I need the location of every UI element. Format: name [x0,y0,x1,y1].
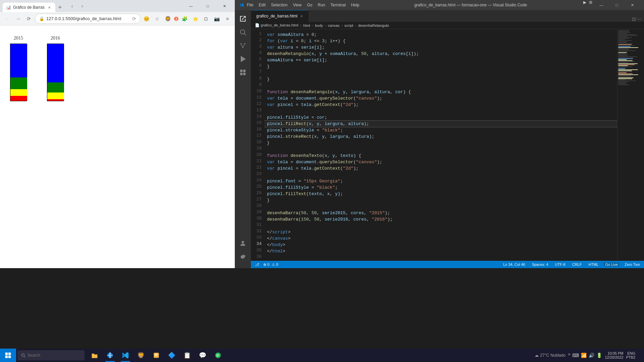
search-input[interactable] [28,353,74,358]
code-line-31[interactable]: var pincel = tela.getContext("2d"); [264,102,617,108]
code-line-54[interactable]: </html> [264,248,617,254]
vscode-open-remote-btn[interactable]: ⊞ [588,0,594,10]
code-line-37[interactable]: } [264,140,617,146]
accounts-btn[interactable] [237,237,249,249]
menu-terminal[interactable]: Terminal [330,3,345,7]
code-line-36[interactable]: pincel.strokeRect(x, y, largura, altura)… [264,133,617,140]
code-line-33[interactable]: pincel.fillStyle = cor; [264,114,617,121]
wifi-icon[interactable]: 📶 [581,353,587,358]
brave-shields-btn[interactable]: 🦁 [163,14,173,23]
speaker-icon[interactable]: 🔊 [589,353,594,358]
active-editor-tab[interactable]: grafico_de_barras.html ✕ [251,10,309,22]
status-errors[interactable]: ⊗ 0 ⚠ 0 [263,262,278,267]
minimize-button[interactable]: — [183,1,199,11]
source-control-btn[interactable] [237,40,249,52]
code-line-22[interactable]: var altura = serie[i]; [264,44,617,51]
vscode-close-btn[interactable]: ✕ [625,0,640,10]
vscode-run-btn[interactable]: ▶ [582,0,588,10]
bc-file[interactable]: 📄 grafico_de_barras.html [255,23,299,27]
code-line-27[interactable]: } [264,76,617,82]
keyboard-icon[interactable]: ⌨ [572,353,579,358]
branch-icon[interactable]: ⎇ [254,262,261,267]
bc-script[interactable]: script [344,23,353,27]
code-line-40[interactable]: var tela = document.querySelector("canva… [264,159,617,165]
forward-button[interactable]: → [13,14,23,23]
taskbar-app7[interactable]: 💬 [195,349,210,362]
new-tab-button[interactable]: + [55,3,65,12]
code-line-52[interactable]: </canvas> [264,235,617,242]
code-line-47[interactable] [264,203,617,210]
menu-help[interactable]: Help [351,3,360,7]
split-editor-btn[interactable]: ⊡ [632,16,636,22]
go-live-btn[interactable]: Go Live [604,262,619,266]
close-button[interactable]: ✕ [217,1,232,11]
extension-btn[interactable]: 🧩 [180,14,189,23]
code-line-41[interactable]: var pincel = tela.getContext("2d"); [264,165,617,172]
taskbar-search-bar[interactable] [17,350,85,360]
battery-icon[interactable]: 🔋 [596,353,602,358]
back-button[interactable]: ← [3,14,12,23]
code-line-30[interactable]: var tela = document.querySelector("canva… [264,95,617,102]
taskbar-spotify[interactable] [211,349,225,362]
code-line-26[interactable] [264,70,617,76]
code-line-25[interactable]: } [264,63,617,70]
code-line-23[interactable]: desenhaRetangulo(x, y + somaAltura, 50, … [264,51,617,57]
bc-html[interactable]: html [303,23,310,27]
code-line-44[interactable]: pincel.fillStyle = "black"; [264,184,617,191]
show-desktop-btn[interactable] [638,349,640,361]
active-tab[interactable]: 📊 Gráfico de Barras ✕ [3,3,55,12]
code-line-49[interactable]: desenhaBarra(150, 50, serie2016, cores, … [264,216,617,223]
language-mode[interactable]: HTML [587,262,600,266]
editor-tab-close[interactable]: ✕ [300,14,303,18]
tab-forward-button[interactable]: › [77,1,87,11]
code-line-46[interactable]: } [264,197,617,203]
taskbar-browser[interactable] [103,349,117,362]
menu-selection[interactable]: Selection [271,3,287,7]
code-line-53[interactable]: </body> [264,242,617,248]
clock[interactable]: 10:05 PM 12/20/2022 [605,351,623,359]
menu-file[interactable]: File [247,3,253,7]
search-sidebar-btn[interactable] [237,26,249,38]
encoding[interactable]: UTF-8 [554,262,567,266]
code-line-21[interactable]: for (var i = 0; i <= 3; i++) { [264,38,617,44]
code-lines[interactable]: <!DOCTYPE html><html lang="pt-BR"> <head… [264,29,617,261]
bc-function[interactable]: desenhaRetangulo [358,23,389,27]
taskbar-app5[interactable]: 🔷 [164,349,179,362]
tray-chevron[interactable]: ^ [568,353,571,358]
extensions-btn[interactable] [237,66,249,78]
reload-button[interactable]: ⟳ [24,14,34,23]
bc-body[interactable]: body [315,23,323,27]
taskbar-files[interactable] [149,349,164,362]
bc-canvas[interactable]: canvas [328,23,340,27]
screenshot-btn[interactable]: 📷 [212,14,221,23]
eol[interactable]: CRLF [571,262,583,266]
tab-back-button[interactable]: ‹ [67,1,77,11]
maximize-button[interactable]: □ [200,1,215,11]
code-line-39[interactable]: function desenhaTexto(x, y, texto) { [264,153,617,159]
settings-btn[interactable] [237,251,249,263]
taskbar-vscode[interactable] [118,349,133,362]
menu-go[interactable]: Go [307,3,312,7]
code-line-19[interactable] [264,29,617,32]
code-line-43[interactable]: pincel.font = "15px Georgia"; [264,178,617,184]
code-line-50[interactable] [264,223,617,229]
code-line-55[interactable] [264,254,617,261]
ln-col[interactable]: Ln 34, Col 46 [502,262,526,266]
language-indicator[interactable]: ENG PTB2 [626,351,635,359]
vscode-minimize-btn[interactable]: — [594,0,609,10]
profile-icon-btn[interactable]: 😊 [142,14,151,23]
zero-two[interactable]: Zero Two [623,262,641,266]
start-button[interactable] [0,349,16,362]
vscode-maximize-btn[interactable]: □ [609,0,625,10]
menu-view[interactable]: View [293,3,302,7]
menu-run[interactable]: Run [318,3,325,7]
menu-edit[interactable]: Edit [259,3,266,7]
code-line-38[interactable] [264,146,617,153]
code-line-28[interactable] [264,82,617,89]
taskbar-file-explorer[interactable] [87,349,102,362]
code-line-29[interactable]: function desenhaRetangulo(x, y, largura,… [264,89,617,95]
code-line-35[interactable]: pincel.strokeStyle = "black"; [264,127,617,133]
code-line-48[interactable]: desenhaBarra(50, 50, serie2015, cores, "… [264,210,617,216]
code-line-42[interactable] [264,172,617,178]
code-line-51[interactable]: </script> [264,229,617,235]
